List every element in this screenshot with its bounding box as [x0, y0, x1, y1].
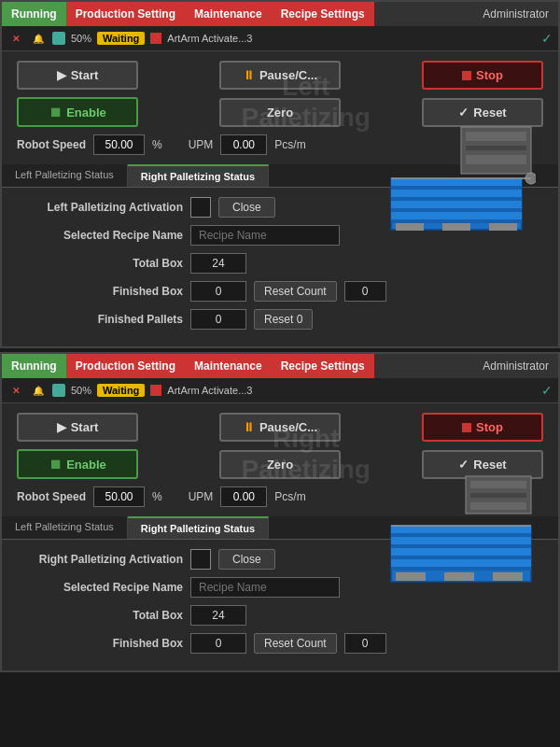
- recipe-input-bottom[interactable]: [190, 577, 340, 598]
- speed-unit-bottom: %: [152, 490, 162, 503]
- total-box-input-top[interactable]: [190, 253, 246, 274]
- finished-box-input-top[interactable]: [190, 281, 246, 302]
- finished-pallets-input-top[interactable]: [190, 309, 246, 330]
- status-bar-top: ✕ 🔔 50% Waiting ArtArm Activate...3 ✓: [2, 26, 558, 51]
- start-button-top[interactable]: ▶ Start: [17, 61, 138, 90]
- svg-rect-32: [444, 572, 474, 581]
- activation-checkbox-bottom[interactable]: [190, 549, 211, 570]
- pallet-svg-top: [386, 122, 536, 234]
- pallet-area-bottom: [386, 474, 536, 586]
- status-section-top: Left Palletizing Activation Close Select…: [2, 188, 558, 346]
- svg-rect-30: [391, 567, 531, 571]
- pcs-unit-top: Pcs/m: [274, 138, 305, 151]
- svg-rect-1: [466, 132, 526, 141]
- svg-rect-14: [442, 223, 470, 231]
- reset-0-btn-top[interactable]: Reset 0: [254, 309, 313, 330]
- recipe-input-top[interactable]: [190, 225, 340, 246]
- nav-production-bottom[interactable]: Production Setting: [66, 354, 185, 378]
- activation-row-bottom: Right Palletizing Activation Close: [15, 549, 386, 570]
- svg-rect-11: [391, 212, 522, 219]
- status-waiting-top: Waiting: [97, 32, 145, 45]
- btn-row-1-bottom: ▶ Start ⏸ Pause/C... Stop: [17, 413, 543, 442]
- speed-label-bottom: Robot Speed: [17, 490, 86, 503]
- reset-count-input-top[interactable]: [344, 281, 386, 302]
- enable-button-top[interactable]: ⏹ Enable: [17, 97, 138, 127]
- activation-label-top: Left Palletizing Activation: [15, 201, 183, 214]
- svg-rect-21: [470, 502, 526, 510]
- total-box-input-bottom[interactable]: [190, 605, 246, 626]
- svg-rect-25: [391, 537, 531, 544]
- stop-button-bottom[interactable]: Stop: [422, 413, 543, 442]
- pcs-unit-bottom: Pcs/m: [274, 490, 305, 503]
- status-waiting-bottom: Waiting: [97, 384, 145, 397]
- finished-box-input-bottom[interactable]: [190, 633, 246, 654]
- close-btn-bottom[interactable]: Close: [218, 549, 275, 570]
- play-icon-top: ▶: [57, 68, 66, 82]
- pallet-svg-bottom: [386, 474, 536, 586]
- reset-count-input-bottom[interactable]: [344, 633, 386, 654]
- pallet-area-top: [386, 122, 536, 234]
- nav-recipe-bottom[interactable]: Recipe Settings: [272, 354, 374, 378]
- tab-right-palletizing-top[interactable]: Right Palletizing Status: [128, 164, 269, 187]
- tab-left-palletizing-top[interactable]: Left Palletizing Status: [2, 164, 128, 187]
- pcs-input-bottom[interactable]: [220, 486, 267, 507]
- finished-box-row-top: Finished Box Reset Count: [15, 281, 545, 302]
- speed-input-bottom[interactable]: [93, 486, 145, 507]
- tab-right-palletizing-bottom[interactable]: Right Palletizing Status: [128, 516, 269, 539]
- status-check-bottom: ✓: [541, 383, 553, 398]
- svg-rect-3: [466, 155, 526, 164]
- svg-rect-8: [391, 197, 522, 201]
- pcs-input-top[interactable]: [220, 134, 267, 155]
- svg-rect-26: [391, 544, 531, 548]
- activation-label-bottom: Right Palletizing Activation: [15, 553, 183, 566]
- btn-row-1-top: ▶ Start ⏸ Pause/C... Stop: [17, 61, 543, 90]
- status-device-bottom: ArtArm Activate...3: [167, 385, 536, 396]
- svg-rect-12: [391, 219, 522, 223]
- svg-rect-9: [391, 201, 522, 208]
- nav-production-top[interactable]: Production Setting: [66, 2, 185, 26]
- nav-maintenance-bottom[interactable]: Maintenance: [185, 354, 272, 378]
- zero-button-top[interactable]: Zero: [219, 98, 341, 127]
- tab-left-palletizing-bottom[interactable]: Left Palletizing Status: [2, 516, 128, 539]
- reset-count-btn-bottom[interactable]: Reset Count: [254, 633, 337, 654]
- enable-icon-top: ⏹: [49, 105, 62, 120]
- svg-rect-6: [391, 186, 522, 190]
- speed-label-top: Robot Speed: [17, 138, 86, 151]
- activation-checkbox-top[interactable]: [190, 197, 211, 218]
- nav-recipe-top[interactable]: Recipe Settings: [272, 2, 374, 26]
- play-icon-bottom: ▶: [57, 420, 66, 434]
- total-box-row-top: Total Box: [15, 253, 545, 274]
- total-box-label-top: Total Box: [15, 257, 183, 270]
- nav-running-top: Running: [2, 2, 66, 26]
- panel-bottom: Running Production Setting Maintenance R…: [0, 352, 560, 672]
- upm-label-top: UPM: [189, 138, 214, 151]
- recipe-row-top: Selected Recipe Name: [15, 225, 386, 246]
- svg-rect-10: [391, 208, 522, 212]
- svg-rect-27: [391, 548, 531, 556]
- nav-admin-bottom: Administrator: [473, 357, 558, 375]
- speed-input-top[interactable]: [93, 134, 145, 155]
- zero-button-bottom[interactable]: Zero: [219, 450, 341, 479]
- status-percent-bottom: 50%: [71, 385, 91, 396]
- close-btn-top[interactable]: Close: [218, 197, 275, 218]
- stop-icon-top: [462, 71, 471, 80]
- bell-icon-top: 🔔: [30, 30, 47, 47]
- finished-box-row-bottom: Finished Box Reset Count: [15, 633, 545, 654]
- nav-maintenance-top[interactable]: Maintenance: [185, 2, 272, 26]
- svg-rect-15: [489, 223, 517, 231]
- start-button-bottom[interactable]: ▶ Start: [17, 413, 138, 442]
- stop-button-top[interactable]: Stop: [422, 61, 543, 90]
- finished-box-label-top: Finished Box: [15, 285, 183, 298]
- status-bar-bottom: ✕ 🔔 50% Waiting ArtArm Activate...3 ✓: [2, 378, 558, 403]
- nav-admin-top: Administrator: [473, 5, 558, 23]
- enable-icon-bottom: ⏹: [49, 457, 62, 472]
- pause-button-bottom[interactable]: ⏸ Pause/C...: [219, 413, 341, 442]
- svg-rect-7: [391, 190, 522, 197]
- pause-button-top[interactable]: ⏸ Pause/C...: [219, 61, 341, 90]
- status-red-top: [150, 33, 161, 44]
- status-section-bottom: Right Palletizing Activation Close Selec…: [2, 540, 558, 670]
- reset-count-btn-top[interactable]: Reset Count: [254, 281, 337, 302]
- enable-button-bottom[interactable]: ⏹ Enable: [17, 449, 138, 479]
- nav-bar-bottom: Running Production Setting Maintenance R…: [2, 354, 558, 378]
- pause-icon-bottom: ⏸: [243, 420, 255, 434]
